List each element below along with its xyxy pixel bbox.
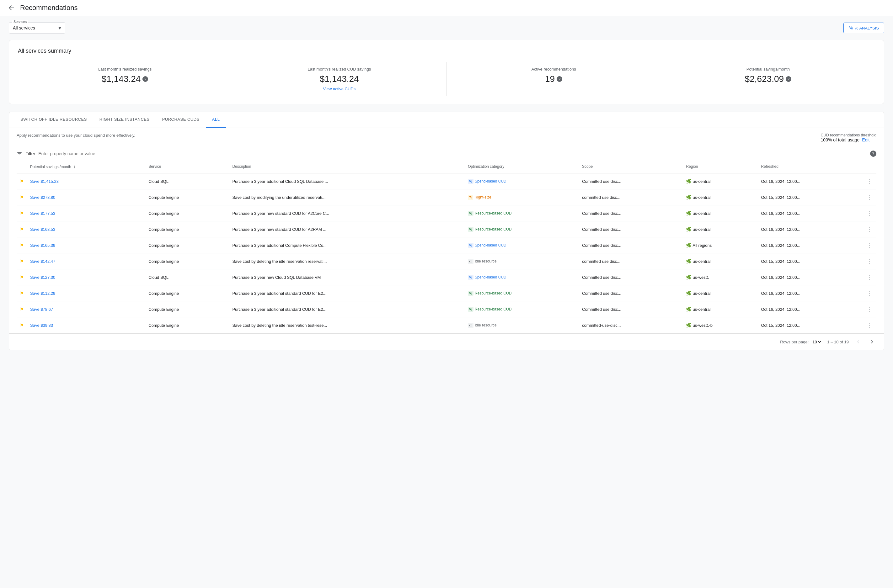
summary-card-label-0: Last month's realized savings — [26, 67, 224, 72]
flag-icon: ⚑ — [20, 275, 24, 280]
region-value: us-central — [693, 195, 710, 200]
region-cell: 🌿 us-central — [683, 221, 758, 237]
filter-label: Filter — [26, 151, 35, 156]
opt-category-cell: ⇅ Right-size — [465, 189, 579, 206]
th-savings[interactable]: Potential savings /month ↓ — [27, 160, 145, 173]
info-icon-3[interactable]: ? — [786, 76, 791, 82]
cud-threshold: CUD recommendations threshold 100% of to… — [821, 133, 876, 142]
savings-cell: Save $127.30 — [27, 269, 145, 285]
scope-cell: Committed use disc... — [579, 221, 683, 237]
refreshed-cell: Oct 16, 2024, 12:00... — [758, 221, 862, 237]
view-active-cuds-link[interactable]: View active CUDs — [240, 87, 439, 91]
save-link[interactable]: Save $39.83 — [30, 323, 53, 328]
save-link[interactable]: Save $112.29 — [30, 291, 55, 296]
service-cell: Compute Engine — [145, 254, 229, 269]
region-icon: 🌿 — [686, 227, 691, 232]
refreshed-cell: Oct 16, 2024, 12:00... — [758, 237, 862, 254]
realized-savings-amount: $1,143.24 — [102, 74, 141, 84]
analysis-button[interactable]: % % ANALYSIS — [843, 22, 884, 33]
recommendations-table: Potential savings /month ↓ Service Descr… — [17, 160, 876, 333]
filter-input[interactable] — [38, 151, 867, 156]
more-options-button[interactable]: ⋮ — [865, 225, 873, 234]
more-options-button[interactable]: ⋮ — [865, 192, 873, 202]
summary-card-cud-savings: Last month's realized CUD savings $1,143… — [232, 62, 446, 96]
region-value: us-central — [693, 291, 710, 296]
more-options-button[interactable]: ⋮ — [865, 256, 873, 266]
description-cell: Purchase a 3 year additional standard CU… — [229, 285, 465, 302]
filter-bar: Filter ? — [17, 147, 876, 160]
more-cell: ⋮ — [862, 189, 876, 206]
edit-link[interactable]: Edit — [862, 137, 869, 142]
flag-cell: ⚑ — [17, 206, 27, 221]
more-options-button[interactable]: ⋮ — [865, 208, 873, 218]
opt-type-label: Idle resource — [475, 323, 496, 327]
refreshed-cell: Oct 16, 2024, 12:00... — [758, 285, 862, 302]
flag-cell: ⚑ — [17, 221, 27, 237]
services-filter-row: Services All services ▾ % % ANALYSIS — [9, 22, 884, 33]
info-icon-2[interactable]: ? — [557, 76, 562, 82]
tabs-section: SWITCH OFF IDLE RESOURCES RIGHT SIZE INS… — [9, 112, 884, 350]
sort-icon: ↓ — [74, 164, 76, 169]
save-link[interactable]: Save $142.47 — [30, 259, 55, 264]
region-cell: 🌿 us-west1-b — [683, 317, 758, 333]
opt-type-icon: % — [468, 243, 474, 248]
info-icon-0[interactable]: ? — [143, 76, 148, 82]
rows-per-page-label: Rows per page: — [780, 340, 809, 344]
services-select-wrapper[interactable]: Services All services ▾ — [9, 22, 65, 33]
th-description: Description — [229, 160, 465, 173]
opt-type-icon: ▭ — [468, 259, 474, 264]
table-row: ⚑ Save $1,415.23 Cloud SQL Purchase a 3 … — [17, 173, 876, 189]
rows-per-page: Rows per page: 10 25 50 — [780, 339, 822, 345]
tab-switch-off-idle[interactable]: SWITCH OFF IDLE RESOURCES — [14, 112, 93, 128]
recommendations-body: Apply recommendations to use your cloud … — [9, 128, 884, 333]
save-link[interactable]: Save $165.39 — [30, 243, 55, 248]
service-cell: Cloud SQL — [145, 269, 229, 285]
cud-threshold-label: CUD recommendations threshold — [821, 133, 876, 137]
region-value: us-west1-b — [693, 323, 713, 328]
save-link[interactable]: Save $177.53 — [30, 211, 55, 216]
back-button[interactable] — [8, 4, 15, 12]
flag-cell: ⚑ — [17, 237, 27, 254]
more-cell: ⋮ — [862, 302, 876, 317]
service-cell: Compute Engine — [145, 189, 229, 206]
scope-cell: Committed use disc... — [579, 173, 683, 189]
next-page-button[interactable] — [867, 338, 876, 346]
region-cell: 🌿 us-central — [683, 206, 758, 221]
more-options-button[interactable]: ⋮ — [865, 177, 873, 186]
more-options-button[interactable]: ⋮ — [865, 321, 873, 330]
main-content: Services All services ▾ % % ANALYSIS All… — [0, 16, 893, 357]
save-link[interactable]: Save $278.80 — [30, 195, 55, 200]
summary-card-value-2: 19 ? — [454, 74, 653, 84]
tab-all[interactable]: ALL — [206, 112, 226, 128]
save-link[interactable]: Save $78.67 — [30, 307, 53, 312]
more-options-button[interactable]: ⋮ — [865, 273, 873, 282]
tab-purchase-cuds[interactable]: PURCHASE CUDS — [156, 112, 206, 128]
rows-per-page-select[interactable]: 10 25 50 — [811, 339, 822, 345]
opt-category-cell: % Spend-based CUD — [465, 269, 579, 285]
flag-cell: ⚑ — [17, 269, 27, 285]
more-options-button[interactable]: ⋮ — [865, 288, 873, 298]
opt-category-cell: % Resource-based CUD — [465, 206, 579, 221]
region-icon: 🌿 — [686, 179, 691, 184]
rec-subtitle-row: Apply recommendations to use your cloud … — [17, 133, 876, 142]
help-icon[interactable]: ? — [870, 150, 876, 157]
save-link[interactable]: Save $168.53 — [30, 227, 55, 232]
th-scope: Scope — [579, 160, 683, 173]
scope-cell: committed use disc... — [579, 189, 683, 206]
save-link[interactable]: Save $127.30 — [30, 275, 55, 280]
flag-icon: ⚑ — [20, 307, 24, 312]
scope-cell: committed use disc... — [579, 254, 683, 269]
save-link[interactable]: Save $1,415.23 — [30, 179, 59, 184]
prev-page-button[interactable] — [854, 338, 863, 346]
flag-cell: ⚑ — [17, 285, 27, 302]
region-icon: 🌿 — [686, 259, 691, 264]
region-value: us-central — [693, 227, 710, 232]
opt-type-icon: ▭ — [468, 323, 474, 328]
more-options-button[interactable]: ⋮ — [865, 304, 873, 314]
table-header-row: Potential savings /month ↓ Service Descr… — [17, 160, 876, 173]
region-cell: 🌿 us-central — [683, 285, 758, 302]
opt-category-cell: % Resource-based CUD — [465, 302, 579, 317]
more-options-button[interactable]: ⋮ — [865, 240, 873, 250]
chevron-down-icon: ▾ — [59, 24, 61, 32]
tab-right-size[interactable]: RIGHT SIZE INSTANCES — [93, 112, 156, 128]
